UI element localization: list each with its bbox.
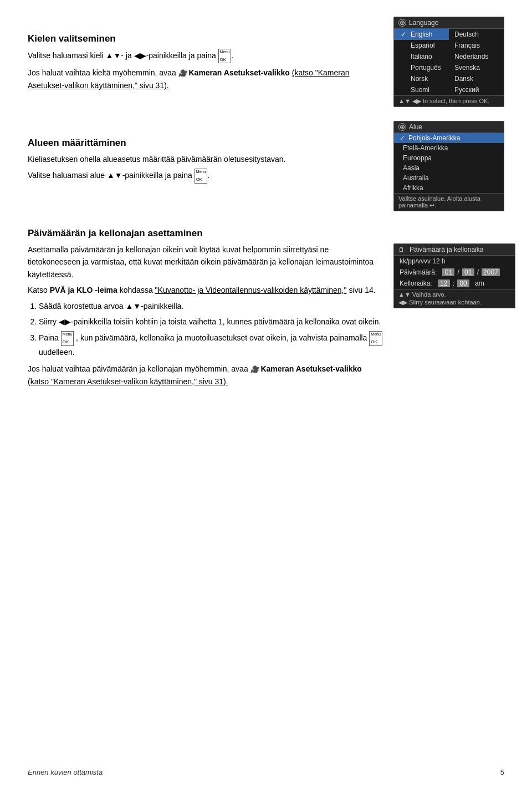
- lang-italiano-text: Italiano: [411, 53, 432, 60]
- lang-suomi: Suomi: [394, 84, 449, 95]
- dt-date-val1: 01: [442, 268, 454, 276]
- step-3-text-prefix: Paina: [39, 333, 61, 342]
- lang-english: ✓ English: [394, 29, 449, 40]
- area-ui-image: ⊕ Alue ✓ Pohjois-Amerikka Etelä-Amerikka…: [393, 121, 504, 211]
- menu-ok-4: MenuOK: [369, 331, 382, 345]
- menu-ok-2: MenuOK: [195, 169, 208, 183]
- dt-time-row: Kellonaika: 12 : 00 am: [394, 278, 515, 289]
- area-australia: Australia: [394, 173, 504, 183]
- section-area-text: Alueen määrittäminen Kieliasetuksen ohel…: [28, 121, 382, 187]
- area-title-text: Alue: [409, 123, 422, 131]
- area-camera-ui: ⊕ Alue ✓ Pohjois-Amerikka Etelä-Amerikka…: [393, 121, 504, 211]
- dt-time-val2: 00: [457, 279, 469, 287]
- lang-svenska: Svenska: [449, 62, 504, 73]
- area-south-america-text: Etelä-Amerikka: [403, 144, 448, 152]
- lang-nederlands: Nederlands: [449, 51, 504, 62]
- dt-time-ampm: am: [475, 279, 484, 287]
- section-area-para2: Valitse haluamasi alue ▲▼-painikkeilla j…: [28, 169, 382, 183]
- para2-text1: Jos haluat vaihtaa kieltä myöhemmin, ava…: [28, 68, 178, 77]
- datetime-title-text: Päivämäärä ja kellonaika: [410, 246, 483, 253]
- area-south-america: Etelä-Amerikka: [394, 143, 504, 153]
- lang-portugues-text: Português: [411, 64, 441, 72]
- step-3-text-suffix: , kun päivämäärä, kellonaika ja muotoilu…: [76, 333, 369, 342]
- menu-ok-3: MenuOK: [61, 331, 74, 345]
- step-2-text: Siirry ◀▶-painikkeilla toisiin kohtiin j…: [39, 317, 381, 326]
- section-area-para1: Kieliasetuksen ohella alueasetus määritt…: [28, 153, 382, 165]
- lang-nederlands-text: Nederlands: [454, 53, 488, 60]
- language-camera-ui: ⊕ Language ✓ English Español: [393, 17, 504, 107]
- dt-date-label: Päivämäärä:: [400, 268, 437, 276]
- dt-format-row: kk/pp/vvvv 12 h: [394, 256, 515, 267]
- lang-francais-text: Français: [454, 42, 480, 49]
- language-col1: ✓ English Español Italiano: [394, 29, 449, 95]
- datetime-para2: Katso PVÄ ja KLO -leima kohdassa "Kuvano…: [28, 284, 382, 296]
- language-title-text: Language: [409, 19, 438, 27]
- area-asia: Aasia: [394, 163, 504, 173]
- footer-text: Ennen kuvien ottamista: [28, 768, 103, 776]
- area-para1-text: Kieliasetuksen ohella alueasetus määritt…: [28, 155, 285, 164]
- section-language-text: Kielen valitseminen Valitse haluamasi ki…: [28, 17, 382, 95]
- dt-time-val1: 12: [438, 279, 450, 287]
- area-north-america: ✓ Pohjois-Amerikka: [394, 133, 504, 143]
- camera-settings-bold-2: Kameran Asetukset-valikko: [260, 364, 361, 373]
- section-language: Kielen valitseminen Valitse haluamasi ki…: [28, 17, 504, 107]
- datetime-ui-title: 🗒 Päivämäärä ja kellonaika: [394, 244, 515, 256]
- area-africa-text: Afrikka: [403, 184, 423, 192]
- datetime-link: "Kuvanotto- ja Videontallennus-valikoide…: [155, 286, 347, 294]
- dt-time-label: Kellonaika:: [400, 279, 432, 287]
- section-datetime: Asettamalla päivämäärän ja kellonajan oi…: [28, 243, 504, 391]
- section-datetime-wrapper: Päivämäärän ja kellonajan asettaminen As…: [28, 228, 504, 391]
- lang-norsk: Norsk: [394, 73, 449, 84]
- section-area-title: Alueen määrittäminen: [28, 138, 382, 149]
- step-3: Paina MenuOK , kun päivämäärä, kellonaik…: [39, 331, 382, 358]
- lang-dansk-text: Dansk: [454, 75, 473, 83]
- check-english: ✓: [400, 30, 407, 38]
- datetime-camera-ui: 🗒 Päivämäärä ja kellonaika kk/pp/vvvv 12…: [393, 243, 515, 308]
- camera-settings-bold-1: Kameran Asetukset-valikko: [188, 68, 291, 77]
- area-africa: Afrikka: [394, 183, 504, 193]
- datetime-para1: Asettamalla päivämäärän ja kellonajan oi…: [28, 243, 382, 281]
- dt-date-val2: 01: [462, 268, 474, 276]
- lang-english-text: English: [411, 30, 432, 38]
- section-area-wrapper: Alueen määrittäminen Kieliasetuksen ohel…: [28, 121, 504, 211]
- section-datetime-text: Asettamalla päivämäärän ja kellonajan oi…: [28, 243, 382, 391]
- area-ui-footer: Valitse asuinalue. Aloita alusta painama…: [394, 193, 504, 211]
- language-ui-image: ⊕ Language ✓ English Español: [393, 17, 504, 107]
- lang-suomi-text: Suomi: [411, 86, 429, 94]
- dt-format-text: kk/pp/vvvv 12 h: [400, 257, 446, 265]
- lang-russian-text: Русский: [454, 86, 479, 94]
- datetime-ui-footer: ▲▼ Vaihda arvo. ◀▶ Siirry seuraavaan koh…: [394, 289, 515, 308]
- lang-italiano: Italiano: [394, 51, 449, 62]
- lang-svenska-text: Svenska: [454, 64, 480, 72]
- dt-date-row: Päivämäärä: 01 / 01 / 2007: [394, 267, 515, 278]
- lang-francais: Français: [449, 40, 504, 51]
- footer-page-num: 5: [500, 768, 504, 776]
- language-footer-text: ▲▼ ◀▶ to select, then press OK.: [398, 98, 489, 105]
- section-language-para2: Jos haluat vaihtaa kieltä myöhemmin, ava…: [28, 67, 382, 92]
- step-1: Säädä korostettua arvoa ▲▼-painikkeilla.: [39, 300, 382, 312]
- step-1-text: Säädä korostettua arvoa ▲▼-painikkeilla.: [39, 302, 183, 311]
- lang-dansk: Dansk: [449, 73, 504, 84]
- area-para2-text: Valitse haluamasi alue ▲▼-painikkeilla j…: [28, 171, 195, 180]
- lang-portugues: Português: [394, 62, 449, 73]
- language-col2: Deutsch Français Nederlands Svenska Dans: [449, 29, 504, 95]
- camera-icon-2: 🎥: [250, 365, 259, 373]
- globe-icon: ⊕: [398, 19, 406, 27]
- datetime-bold-pva: PVÄ ja KLO -leima: [50, 286, 117, 294]
- language-ui-footer: ▲▼ ◀▶ to select, then press OK.: [394, 95, 504, 106]
- section-language-title: Kielen valitseminen: [28, 33, 382, 44]
- datetime-steps: Säädä korostettua arvoa ▲▼-painikkeilla.…: [39, 300, 382, 359]
- area-north-america-text: Pohjois-Amerikka: [408, 134, 460, 142]
- dt-footer2: ◀▶ Siirry seuraavaan kohtaan.: [398, 299, 482, 306]
- globe-icon-2: ⊕: [398, 123, 406, 131]
- datetime-para2-suffix: sivu 14.: [349, 286, 375, 294]
- dt-icon: 🗒: [398, 246, 405, 253]
- dt-time-sep: :: [453, 279, 454, 287]
- lang-deutsch: Deutsch: [449, 29, 504, 40]
- camera-icon-1: 🎥: [178, 69, 187, 77]
- area-asia-text: Aasia: [403, 164, 420, 172]
- lang-russian: Русский: [449, 84, 504, 95]
- dt-date-val3: 2007: [482, 268, 500, 276]
- step-3-text-end: uudelleen.: [39, 348, 75, 357]
- lang-espanol-text: Español: [411, 42, 434, 49]
